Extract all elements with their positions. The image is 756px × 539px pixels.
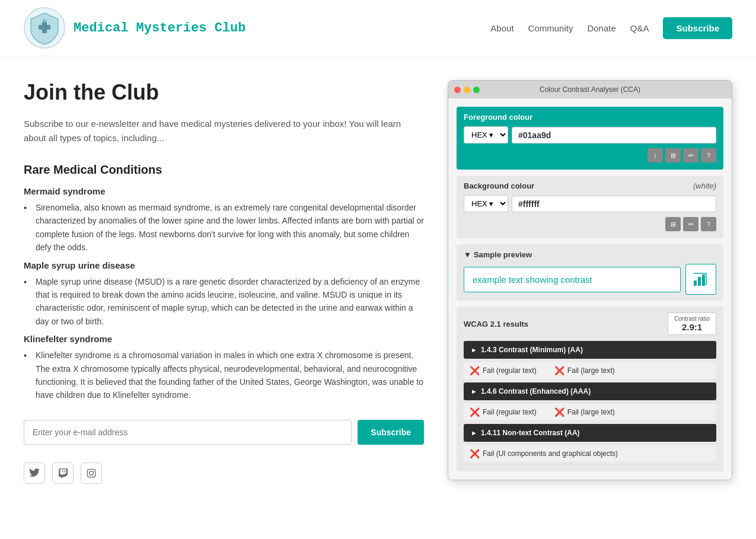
wcag-section: WCAG 2.1 results Contrast ratio 2.9:1 ► …: [457, 307, 723, 471]
svg-rect-6: [694, 280, 697, 286]
preview-section: ▼ Sample preview example text showing co…: [457, 244, 723, 301]
maximize-dot[interactable]: [473, 87, 480, 93]
email-input[interactable]: [24, 420, 352, 445]
cca-body: Foreground colour HEX ▾ ↕ ⊞ ✏ ?: [448, 98, 732, 480]
logo-area: Medical Mysteries Club: [24, 7, 245, 49]
fail-icon-2: ❌: [554, 366, 564, 375]
foreground-section: Foreground colour HEX ▾ ↕ ⊞ ✏ ?: [457, 107, 723, 170]
criterion-3-result-1: ❌ Fail (UI components and graphical obje…: [470, 449, 618, 458]
logo-image: [24, 7, 65, 49]
fg-value-input[interactable]: [512, 127, 716, 143]
close-dot[interactable]: [454, 87, 461, 93]
condition-3-desc: Klinefelter syndrome is a chromosomal va…: [24, 349, 424, 402]
bg-header: Background colour (white): [464, 181, 716, 190]
window-controls: [454, 87, 480, 93]
svg-rect-3: [87, 469, 95, 477]
left-column: Join the Club Subscribe to our e-newslet…: [24, 80, 424, 484]
fg-help-btn[interactable]: ?: [701, 148, 716, 162]
bg-white-label: (white): [693, 181, 716, 190]
condition-3-name: Klinefelter syndrome: [24, 334, 424, 344]
condition-2: Maple syrup urine disease Maple syrup ur…: [24, 260, 424, 328]
preview-content: example text showing contrast: [464, 264, 716, 295]
fg-eyedropper-btn[interactable]: ✏: [683, 148, 698, 162]
bg-help-btn[interactable]: ?: [701, 217, 716, 231]
nav-subscribe-button[interactable]: Subscribe: [663, 17, 732, 39]
fg-toolbar: ↕ ⊞ ✏ ?: [464, 148, 716, 162]
fg-label: Foreground colour: [464, 113, 716, 122]
criterion-2-result-1: ❌ Fail (regular text): [470, 407, 537, 417]
twitch-icon[interactable]: [52, 463, 74, 484]
bg-label: Background colour: [464, 181, 534, 190]
criterion-1-results: ❌ Fail (regular text) ❌ Fail (large text…: [464, 362, 716, 379]
wcag-header: WCAG 2.1 results Contrast ratio 2.9:1: [464, 312, 716, 335]
criterion-2-result-2: ❌ Fail (large text): [554, 407, 615, 417]
twitter-icon[interactable]: [24, 463, 45, 484]
svg-point-2: [43, 19, 46, 23]
criterion-1-result-2-label: Fail (large text): [567, 366, 615, 375]
svg-rect-8: [702, 275, 705, 286]
preview-header: ▼ Sample preview: [464, 250, 716, 259]
fail-icon-5: ❌: [470, 449, 480, 458]
criterion-1-result-1: ❌ Fail (regular text): [470, 366, 537, 375]
cca-window: Colour Contrast Analyser (CCA) Foregroun…: [448, 80, 732, 480]
chart-icon[interactable]: [685, 264, 716, 295]
background-section: Background colour (white) HEX ▾ ⊞ ✏ ?: [457, 176, 723, 238]
instagram-icon[interactable]: [81, 463, 102, 484]
criterion-1[interactable]: ► 1.4.3 Contrast (Minimum) (AA): [464, 341, 716, 359]
svg-point-5: [93, 470, 94, 471]
bg-eyedropper-btn[interactable]: ✏: [683, 217, 698, 231]
criterion-3-label: 1.4.11 Non-text Contrast (AA): [481, 429, 580, 437]
bg-value-input[interactable]: [512, 196, 716, 212]
criterion-3-arrow: ►: [471, 429, 477, 436]
svg-rect-7: [698, 277, 701, 286]
nav-community[interactable]: Community: [528, 23, 573, 33]
condition-2-name: Maple syrup urine disease: [24, 260, 424, 270]
criterion-1-result-2: ❌ Fail (large text): [554, 366, 615, 375]
site-title: Medical Mysteries Club: [74, 21, 245, 36]
bg-row: HEX ▾: [464, 195, 716, 212]
criterion-3-results: ❌ Fail (UI components and graphical obje…: [464, 445, 716, 462]
fail-icon-4: ❌: [554, 407, 564, 417]
nav-donate[interactable]: Donate: [587, 23, 615, 33]
criterion-2-result-2-label: Fail (large text): [567, 408, 615, 416]
fg-row: HEX ▾: [464, 126, 716, 143]
minimize-dot[interactable]: [464, 87, 470, 93]
contrast-ratio-value: 2.9:1: [674, 322, 710, 332]
criterion-3-result-1-label: Fail (UI components and graphical object…: [483, 449, 618, 458]
condition-1-name: Mermaid syndrome: [24, 186, 424, 196]
cca-tool: Colour Contrast Analyser (CCA) Foregroun…: [448, 80, 732, 484]
criterion-1-label: 1.4.3 Contrast (Minimum) (AA): [481, 346, 583, 354]
main-layout: Join the Club Subscribe to our e-newslet…: [0, 56, 756, 508]
contrast-ratio-box: Contrast ratio 2.9:1: [668, 312, 716, 335]
criterion-2[interactable]: ► 1.4.6 Contrast (Enhanced) (AAA): [464, 382, 716, 400]
nav-about[interactable]: About: [490, 23, 513, 33]
fg-swap-btn[interactable]: ↕: [647, 148, 663, 162]
fail-icon-1: ❌: [470, 366, 480, 375]
criterion-1-result-1-label: Fail (regular text): [483, 366, 537, 375]
cca-title: Colour Contrast Analyser (CCA): [540, 85, 640, 94]
intro-text: Subscribe to our e-newsletter and have m…: [24, 117, 424, 145]
fg-grid-btn[interactable]: ⊞: [665, 148, 681, 162]
nav-qa[interactable]: Q&A: [630, 23, 649, 33]
condition-2-desc: Maple syrup urine disease (MSUD) is a ra…: [24, 275, 424, 328]
svg-rect-1: [39, 25, 50, 30]
subscribe-button[interactable]: Subscribe: [358, 420, 424, 445]
preview-arrow: ▼: [464, 250, 471, 259]
site-header: Medical Mysteries Club About Community D…: [0, 0, 756, 56]
bg-grid-btn[interactable]: ⊞: [665, 217, 681, 231]
main-nav: About Community Donate Q&A Subscribe: [490, 17, 732, 39]
condition-1-desc: Sirenomelia, also known as mermaid syndr…: [24, 201, 424, 254]
criterion-2-result-1-label: Fail (regular text): [483, 408, 537, 416]
criterion-1-arrow: ►: [471, 346, 477, 353]
fg-format-select[interactable]: HEX ▾: [464, 126, 508, 143]
example-text: example text showing contrast: [464, 267, 681, 292]
criterion-3[interactable]: ► 1.4.11 Non-text Contrast (AA): [464, 424, 716, 442]
subscribe-form: Subscribe: [24, 420, 424, 445]
conditions-section: Rare Medical Conditions Mermaid syndrome…: [24, 163, 424, 402]
contrast-ratio-label: Contrast ratio: [674, 315, 710, 322]
social-icons: [24, 463, 424, 484]
page-heading: Join the Club: [24, 80, 424, 105]
fail-icon-3: ❌: [470, 407, 480, 417]
bg-format-select[interactable]: HEX ▾: [464, 195, 508, 212]
cca-titlebar: Colour Contrast Analyser (CCA): [448, 81, 732, 98]
